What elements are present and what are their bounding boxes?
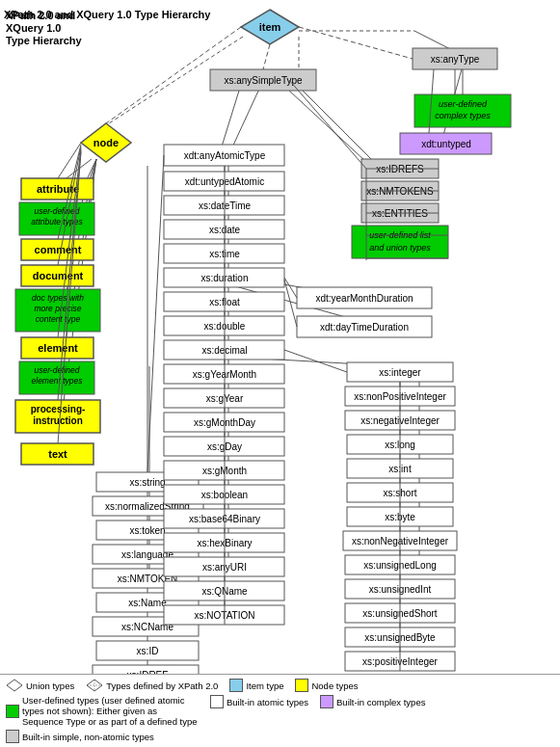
item-label: item xyxy=(259,21,281,33)
svg-text:instruction: instruction xyxy=(33,415,83,426)
legend-node-types: Node types xyxy=(295,679,358,692)
svg-text:content type: content type xyxy=(36,314,81,324)
svg-text:xs:integer: xs:integer xyxy=(379,367,421,378)
legend-union-types: Union types xyxy=(6,679,74,692)
svg-text:and union types: and union types xyxy=(369,243,431,253)
svg-text:processing-: processing- xyxy=(31,404,86,414)
svg-text:element: element xyxy=(38,342,78,354)
svg-text:complex types: complex types xyxy=(435,111,491,120)
svg-line-31 xyxy=(299,27,413,59)
svg-text:XQuery 1.0: XQuery 1.0 xyxy=(6,22,61,34)
svg-text:xdt:untyped: xdt:untyped xyxy=(421,139,471,149)
hierarchy-svg: item xs:anyType xs:anySimpleType user-de… xyxy=(0,0,560,694)
legend-builtin-simple: Built-in simple, non-atomic types xyxy=(6,730,154,743)
legend-xpath-label: Types defined by XPath 2.0 xyxy=(106,680,218,691)
legend: Union types Types defined by XPath 2.0 I… xyxy=(0,674,560,747)
legend-builtin-atomic: Built-in atomic types xyxy=(210,695,308,708)
svg-line-32 xyxy=(263,44,270,69)
legend-xpath-types: Types defined by XPath 2.0 xyxy=(86,679,218,692)
legend-item-type: Item type xyxy=(229,679,283,692)
svg-line-110 xyxy=(147,155,164,472)
svg-marker-229 xyxy=(7,680,22,691)
svg-text:xs:Name: xs:Name xyxy=(128,598,167,608)
svg-text:xdt:yearMonthDuration: xdt:yearMonthDuration xyxy=(315,293,413,304)
legend-node-label: Node types xyxy=(311,680,358,691)
legend-union-label: Union types xyxy=(26,680,74,691)
svg-text:user-defined: user-defined xyxy=(439,99,488,109)
legend-builtin-complex-label: Built-in complex types xyxy=(336,697,425,707)
svg-line-36 xyxy=(222,91,239,147)
legend-builtin-simple-label: Built-in simple, non-atomic types xyxy=(22,732,154,742)
svg-text:more precise: more precise xyxy=(34,304,81,313)
svg-line-201 xyxy=(284,350,347,372)
diagram-container: XPath 2.0 and XQuery 1.0 Type Hierarchy xyxy=(0,0,560,694)
legend-user-defined: User-defined types (user defined atomic … xyxy=(6,695,199,727)
svg-text:XPath 2.0 and: XPath 2.0 and xyxy=(6,10,75,21)
svg-text:xs:string: xs:string xyxy=(129,477,165,488)
svg-text:xs:anyType: xs:anyType xyxy=(431,54,480,65)
svg-text:user-defined: user-defined xyxy=(34,365,79,375)
svg-text:comment: comment xyxy=(35,244,82,255)
svg-text:xdt:dayTimeDuration: xdt:dayTimeDuration xyxy=(320,322,409,333)
svg-line-174 xyxy=(284,280,297,327)
svg-text:doc types with: doc types with xyxy=(32,293,84,303)
svg-text:element types: element types xyxy=(32,376,84,386)
legend-user-label: User-defined types (user defined atomic … xyxy=(22,695,199,727)
svg-text:xdt:anyAtomicType: xdt:anyAtomicType xyxy=(184,150,266,161)
svg-text:document: document xyxy=(33,270,84,281)
svg-line-37 xyxy=(289,91,366,162)
legend-item-label: Item type xyxy=(246,680,283,691)
legend-builtin-atomic-label: Built-in atomic types xyxy=(227,697,308,707)
svg-text:text: text xyxy=(48,448,67,460)
svg-text:Type Hierarchy: Type Hierarchy xyxy=(6,35,83,46)
svg-line-215 xyxy=(289,80,366,169)
svg-text:xs:ID: xs:ID xyxy=(137,646,159,656)
svg-text:xs:token: xs:token xyxy=(129,525,165,536)
svg-text:node: node xyxy=(93,137,119,148)
svg-text:xs:anySimpleType: xs:anySimpleType xyxy=(224,75,303,86)
legend-builtin-complex: Built-in complex types xyxy=(320,695,425,708)
